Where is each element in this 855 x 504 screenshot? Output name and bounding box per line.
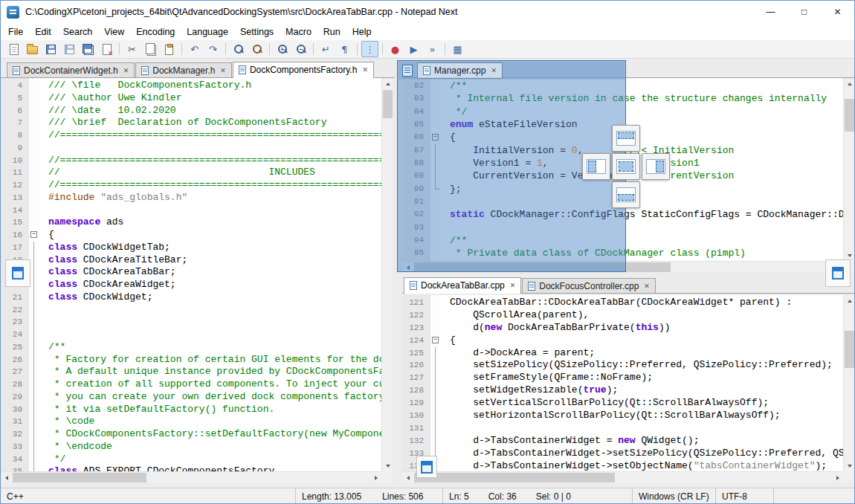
drop-indicator-bottom[interactable] (612, 181, 640, 208)
tab-dockcontainerwidget.h[interactable]: DockContainerWidget.h✕ (7, 62, 135, 77)
auto-hide-tab-right[interactable] (825, 259, 851, 287)
scrollbar-thumb[interactable] (13, 473, 146, 482)
code-text: d(new DockAreaTabBarPrivate(this)) (441, 322, 670, 335)
tab-dockcomponentsfactory.h[interactable]: DockComponentsFactory.h✕ (233, 62, 374, 78)
fold-collapse-icon[interactable]: − (432, 337, 439, 343)
scroll-up-arrow[interactable] (382, 78, 393, 89)
close-icon[interactable]: ✕ (491, 67, 497, 74)
status-doc-type[interactable]: C++ (1, 488, 296, 504)
close-button[interactable]: ✕ (821, 1, 854, 23)
bottom-right-editor-hscrollbar[interactable] (402, 471, 843, 482)
new-file-button[interactable] (5, 41, 22, 57)
show-all-characters-button[interactable]: ¶ (336, 41, 353, 57)
run-macro-multiple-button[interactable]: » (424, 41, 441, 57)
status-eol-format[interactable]: Windows (CR LF) (633, 488, 716, 504)
line-number: 123 (402, 322, 430, 335)
save-copy-as-button[interactable] (61, 41, 78, 57)
code-line: 8//=====================================… (1, 129, 381, 142)
zoom-in-button[interactable] (274, 41, 291, 57)
menu-item-run[interactable]: Run (317, 25, 346, 39)
dock-top-icon (616, 131, 636, 146)
save-all-button[interactable] (80, 41, 97, 57)
scroll-down-arrow[interactable] (844, 460, 855, 471)
minimize-button[interactable]: — (754, 1, 787, 23)
drop-indicator-center[interactable] (612, 153, 640, 180)
code-line: 10//====================================… (1, 155, 381, 167)
tab-label: DockFocusController.cpp (539, 281, 639, 291)
zoom-out-button[interactable] (292, 41, 309, 57)
fold-margin (29, 329, 39, 341)
scroll-left-arrow[interactable] (402, 472, 413, 483)
tab-label: DockAreaTabBar.cpp (421, 280, 505, 291)
scroll-right-arrow[interactable] (832, 472, 843, 483)
cut-button[interactable]: ✂ (123, 41, 141, 57)
drop-indicator-top[interactable] (612, 125, 640, 152)
tab-manager-cpp[interactable]: Manager.cpp ✕ (417, 62, 503, 79)
undo-button[interactable]: ↶ (186, 41, 203, 57)
fold-margin (29, 304, 39, 317)
scrollbar-thumb[interactable] (845, 99, 854, 132)
status-encoding[interactable]: UTF-8 (716, 488, 774, 504)
document-map-button[interactable]: ▦ (449, 41, 466, 57)
left-editor[interactable]: 4/// \file DockComponentsFactory.h5/// \… (1, 78, 381, 471)
menu-item-settings[interactable]: Settings (234, 25, 280, 39)
menu-bar: FileEditSearchViewEncodingLanguageSettin… (1, 23, 854, 40)
auto-hide-tab-bottom[interactable] (416, 456, 437, 478)
tab-dockmanager.h[interactable]: DockManager.h✕ (135, 62, 232, 77)
bottom-right-editor[interactable]: 121CDockAreaTabBar::CDockAreaTabBar(CDoc… (402, 295, 843, 471)
tab-dockareatabbar.cpp[interactable]: DockAreaTabBar.cpp✕ (404, 277, 521, 294)
save-file-button[interactable] (42, 41, 59, 57)
left-editor-vscrollbar[interactable] (381, 78, 393, 471)
auto-hide-tab-left[interactable] (5, 259, 30, 287)
word-wrap-button[interactable]: ↵ (317, 41, 335, 57)
close-icon[interactable]: ✕ (644, 282, 650, 290)
menu-item-search[interactable]: Search (57, 25, 99, 39)
drop-indicator-right[interactable] (642, 153, 670, 180)
scroll-right-arrow[interactable] (370, 472, 381, 483)
menu-item-language[interactable]: Language (181, 25, 234, 39)
close-icon[interactable]: ✕ (123, 67, 129, 74)
menu-item-help[interactable]: Help (346, 25, 378, 39)
code-line: 11// INCLUDES (1, 167, 381, 179)
scroll-up-arrow[interactable] (844, 78, 855, 89)
close-icon[interactable]: ✕ (362, 66, 368, 74)
drop-indicator-left[interactable] (582, 153, 610, 180)
paste-button[interactable] (161, 41, 178, 57)
menu-item-encoding[interactable]: Encoding (130, 25, 181, 39)
scroll-up-arrow[interactable] (844, 295, 855, 306)
scrollbar-thumb[interactable] (414, 473, 615, 482)
code-line: 129 setVerticalScrollBarPolicy(Qt::Scrol… (402, 397, 843, 410)
open-file-button[interactable] (24, 41, 41, 57)
replace-button[interactable] (248, 41, 265, 57)
tab-dockfocuscontroller.cpp[interactable]: DockFocusController.cpp✕ (522, 278, 656, 293)
close-icon[interactable]: ✕ (510, 282, 516, 289)
scroll-down-arrow[interactable] (382, 460, 393, 471)
find-button[interactable] (230, 41, 247, 57)
fold-collapse-icon[interactable]: − (30, 231, 37, 238)
redo-button[interactable]: ↷ (204, 41, 222, 57)
menu-item-macro[interactable]: Macro (280, 25, 317, 39)
bottom-right-editor-vscrollbar[interactable] (843, 295, 854, 471)
copy-button[interactable] (142, 41, 159, 57)
left-editor-hscrollbar[interactable] (1, 471, 381, 482)
fold-marker[interactable]: − (430, 335, 441, 347)
scroll-left-arrow[interactable] (1, 472, 12, 483)
fold-margin (29, 216, 39, 229)
close-file-button[interactable] (98, 41, 115, 57)
scrollbar-thumb[interactable] (383, 90, 393, 118)
menu-item-edit[interactable]: Edit (29, 25, 57, 39)
menu-item-file[interactable]: File (2, 25, 29, 39)
fold-marker[interactable]: − (29, 229, 39, 242)
close-icon[interactable]: ✕ (220, 67, 226, 74)
code-line: 33 * \endcode (1, 441, 381, 453)
indent-guide-button[interactable]: ⋮ (361, 41, 378, 57)
fold-margin (29, 92, 39, 105)
maximize-button[interactable]: □ (787, 1, 821, 23)
record-macro-button[interactable]: ● (387, 41, 404, 57)
menu-item-view[interactable]: View (98, 25, 130, 39)
code-line: 13#include "ads_globals.h" (1, 192, 381, 204)
scrollbar-thumb[interactable] (845, 331, 854, 368)
line-number: 130 (402, 410, 430, 422)
top-right-editor-vscrollbar[interactable] (843, 78, 854, 261)
playback-macro-button[interactable]: ▶ (405, 41, 422, 57)
